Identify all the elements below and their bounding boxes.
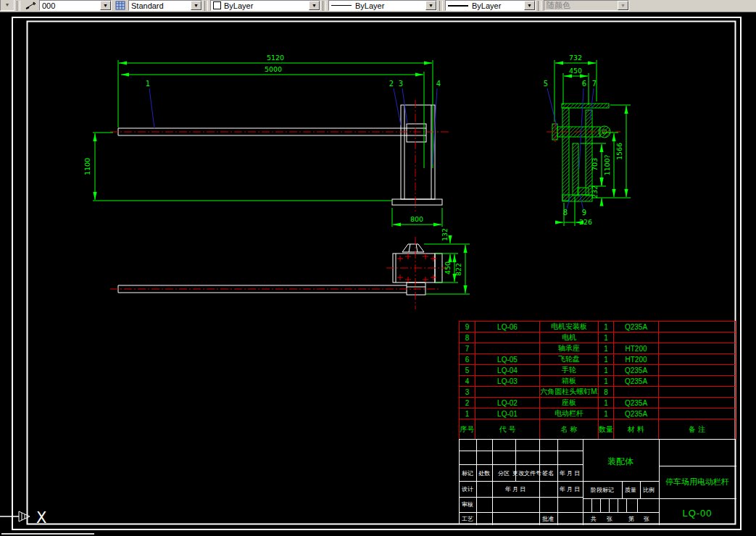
balloon-7: 7 <box>592 80 597 88</box>
bom-cell: 内六角圆柱头螺钉M16 <box>540 387 599 397</box>
bom-cell: 1 <box>599 376 614 386</box>
table-row: 1LQ-01电动栏杆1Q235A <box>460 409 735 419</box>
tb-label-date2: 年 月 日 <box>505 485 526 493</box>
tb-label-change-no: 更改文件号 <box>512 469 541 477</box>
bom-cell: LQ-02 <box>475 398 540 408</box>
tb-label-check: 审核 <box>462 501 473 508</box>
bom-cell: HT200 <box>614 343 659 353</box>
dim-plan-total: 822 <box>454 263 462 276</box>
tb-label-date3: 年 月 日 <box>560 485 580 493</box>
bom-cell <box>659 376 735 386</box>
bom-cell: 1 <box>599 354 614 364</box>
dim-front-base: 800 <box>410 215 423 223</box>
bom-cell: 1 <box>460 409 475 419</box>
tb-label-mark: 标记 <box>462 469 473 477</box>
tb-drawing-number: LQ-00 <box>682 508 712 519</box>
tb-label-sheet-total: 共 <box>591 515 597 523</box>
tb-label-scale: 比例 <box>643 486 655 494</box>
bom-cell: 电动栏杆 <box>540 409 599 419</box>
table-row: 7轴承座1HT200 <box>460 343 735 354</box>
bom-cell: Q235A <box>614 409 659 419</box>
bom-cell: 8 <box>460 332 475 343</box>
bom-cell <box>659 322 735 332</box>
bom-cell <box>475 387 540 397</box>
bom-cell: LQ-01 <box>475 409 540 419</box>
dim-plan-plate: 450 <box>444 261 452 275</box>
dim-side-h-total: 1566 <box>615 143 623 160</box>
tb-label-sign: 签名 <box>542 469 554 477</box>
bom-cell: Q235A <box>614 398 659 408</box>
bom-header-cell: 代 号 <box>475 419 540 440</box>
tb-drawing-title: 停车场用电动栏杆 <box>665 477 729 487</box>
bom-cell: 电机 <box>540 332 599 343</box>
tb-label-page-unit: 张 <box>644 515 649 523</box>
bom-cell: LQ-03 <box>475 376 540 386</box>
balloon-1: 1 <box>146 80 150 88</box>
tb-label-zone: 分区 <box>498 469 510 477</box>
bom-cell <box>659 332 735 343</box>
bom-header-cell: 备 注 <box>659 419 735 440</box>
ucs-icon: X <box>0 509 46 527</box>
balloon-5: 5 <box>544 80 548 88</box>
tb-label-date: 年 月 日 <box>560 469 580 477</box>
tb-label-design: 设计 <box>462 485 473 493</box>
balloon-6: 6 <box>582 80 586 88</box>
bom-header-cell: 名 称 <box>540 419 599 440</box>
bom-cell: 4 <box>460 376 475 386</box>
bom-cell <box>659 398 735 408</box>
bom-cell: 8 <box>599 387 614 397</box>
bom-cell: 3 <box>460 387 475 397</box>
balloon-leaders <box>149 88 437 164</box>
bom-table: 9LQ-06电机安装板1Q235A 8电机1 7轴承座1HT200 6LQ-05… <box>459 321 736 440</box>
bom-cell: 7 <box>460 343 475 353</box>
table-row: 2LQ-02座板1Q235A <box>460 398 735 409</box>
bom-cell: Q235A <box>614 322 659 332</box>
bom-cell: 座板 <box>540 398 599 408</box>
bom-cell <box>659 354 735 364</box>
bom-header-cell: 数量 <box>599 419 614 440</box>
bom-cell: 1 <box>599 343 614 353</box>
dim-side-inner: 450 <box>569 67 582 75</box>
tb-label-page-no: 第 <box>628 515 634 523</box>
bom-cell: 电机安装板 <box>540 322 599 332</box>
bom-cell: 5 <box>460 365 475 375</box>
dim-side-h-low: 232 <box>591 185 599 198</box>
table-row: 3内六角圆柱头螺钉M168 <box>460 387 735 398</box>
front-view: 5120 5000 1100 800 1 2 3 4 <box>83 54 451 227</box>
title-block: 标记 处数 分区 更改文件号 签名 年 月 日 设计 年 月 日 年 月 日 审… <box>459 439 736 524</box>
bom-cell <box>475 343 540 353</box>
side-view: 732 450 703 232 1100? 1566 226 5 6 7 8 9 <box>544 54 631 226</box>
dim-side-offset: 226 <box>579 218 592 226</box>
bom-header-cell: 序号 <box>460 419 475 440</box>
bom-cell: 1 <box>599 322 614 332</box>
bom-cell <box>475 332 540 343</box>
bom-cell: 1 <box>599 365 614 375</box>
tb-label-weight: 质量 <box>625 486 636 494</box>
balloon-4: 4 <box>436 80 441 88</box>
bom-cell: 1 <box>599 398 614 408</box>
dim-side-width: 732 <box>569 54 582 62</box>
bom-cell: 手轮 <box>540 365 599 375</box>
bom-cell: LQ-06 <box>475 322 540 332</box>
cad-application-window: ▼ 000 ▼ Standard ▼ ByLayer ▼ <box>0 0 756 536</box>
tb-assembly-name: 装配体 <box>607 456 634 468</box>
bom-cell: 6 <box>460 354 475 364</box>
balloon-3: 3 <box>399 80 403 88</box>
table-row: 6LQ-05飞轮盘1HT200 <box>460 354 735 365</box>
dim-side-h-main: 1100? <box>603 154 611 175</box>
dim-front-height: 1100 <box>83 158 91 175</box>
table-row: 4LQ-03箱板1Q235A <box>460 376 735 387</box>
bom-cell: 2 <box>460 398 475 408</box>
bom-cell: Q235A <box>614 376 659 386</box>
bom-cell: LQ-04 <box>475 365 540 375</box>
bom-cell <box>614 332 659 343</box>
tb-label-stage: 阶段标记 <box>591 486 614 494</box>
plan-view: 132 450 822 <box>110 228 470 309</box>
bom-cell <box>659 365 735 375</box>
bom-cell: LQ-05 <box>475 354 540 364</box>
centerlines <box>110 100 451 212</box>
dim-front-total: 5120 <box>267 54 284 62</box>
bom-cell <box>659 343 735 353</box>
bom-cell: 轴承座 <box>540 343 599 353</box>
bom-cell: 9 <box>460 322 475 332</box>
